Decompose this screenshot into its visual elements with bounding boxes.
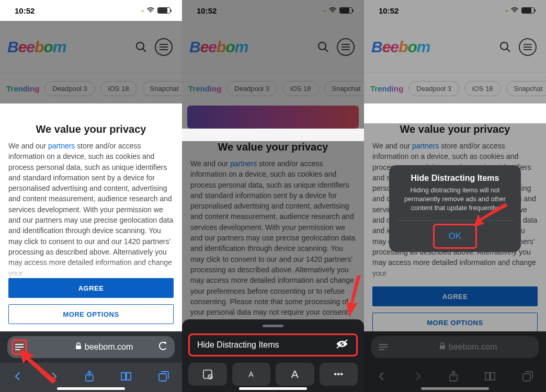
dim-overlay [182,0,364,129]
svg-rect-4 [15,349,20,350]
wifi-icon [146,6,155,15]
partners-link[interactable]: partners [48,142,75,150]
svg-rect-21 [523,374,530,381]
svg-rect-7 [159,374,166,381]
reader-mode-icon[interactable] [376,339,391,355]
privacy-body: We and our partners store and/or access … [0,141,182,279]
dim-overlay [182,141,364,328]
alert-body: Hiding distracting items will not perman… [396,186,514,213]
address-bar: beebom.com [0,331,182,363]
grabber[interactable] [263,325,283,327]
svg-rect-17 [379,347,388,348]
status-right: ••• [141,6,170,15]
battery-icon [157,7,170,14]
bookmarks-icon[interactable] [484,371,496,384]
svg-rect-19 [440,345,445,349]
tabs-icon[interactable] [522,371,533,385]
dim-overlay [364,0,546,103]
alert-ok-button[interactable]: OK [437,225,473,247]
status-bar: 10:52 ••• [0,0,182,21]
agree-button[interactable]: AGREE [8,278,174,298]
alert-title: Hide Distracting Items [396,174,514,183]
reader-menu-sheet: Hide Distracting Items A A ••• [182,319,364,392]
lock-icon [75,342,82,352]
text-larger-button[interactable]: A [276,363,314,386]
text-smaller-button[interactable]: A [232,363,271,386]
more-options-button[interactable]: MORE OPTIONS [8,304,174,324]
privacy-title: We value your privacy [0,123,182,135]
url-pill[interactable]: beebom.com [371,336,539,358]
panel-1: 10:52 ••• Beebom Trending Deadpool 3 iOS… [0,0,182,392]
hide-distracting-label: Hide Distracting Items [197,340,279,350]
svg-rect-18 [379,349,384,350]
privacy-text: store and/or access information on a dev… [8,142,173,278]
back-icon[interactable] [13,371,23,384]
more-icon[interactable]: ••• [320,363,358,386]
share-icon[interactable] [448,371,459,385]
home-indicator [421,387,489,390]
panel-3: 10:52 ••• Beebom Trending Deadpool 3 iOS… [364,0,546,392]
home-indicator [239,387,307,390]
panel-2: 10:52 ••• Beebom Trending Deadpool 3 iOS… [182,0,364,392]
share-icon[interactable] [84,371,95,385]
tabs-icon[interactable] [158,371,169,385]
reader-mode-icon[interactable] [12,339,27,355]
forward-icon [49,371,59,384]
refresh-icon[interactable] [158,341,168,353]
dim-overlay [0,21,182,103]
back-icon[interactable] [377,371,387,384]
hide-distracting-button[interactable]: Hide Distracting Items [188,333,358,356]
url-text: beebom.com [449,342,497,352]
reader-controls: A A ••• [188,363,358,386]
bookmarks-icon[interactable] [120,371,132,384]
lock-icon [439,342,446,352]
url-pill[interactable]: beebom.com [7,336,175,358]
privacy-text: We and our [8,142,48,150]
svg-line-13 [209,376,211,378]
svg-rect-3 [15,347,24,348]
privacy-sheet: We value your privacy We and our partner… [0,115,182,331]
eye-slash-icon [335,339,349,351]
status-dots: ••• [141,8,144,13]
url-text: beebom.com [85,342,133,352]
svg-rect-16 [379,344,388,345]
forward-icon [413,371,423,384]
svg-rect-5 [76,345,81,349]
address-bar: beebom.com [364,331,546,363]
listen-icon[interactable] [188,363,227,386]
alert-dialog: Hide Distracting Items Hiding distractin… [389,165,521,252]
svg-rect-2 [15,344,24,345]
clock: 10:52 [15,6,35,15]
home-indicator [57,387,125,390]
